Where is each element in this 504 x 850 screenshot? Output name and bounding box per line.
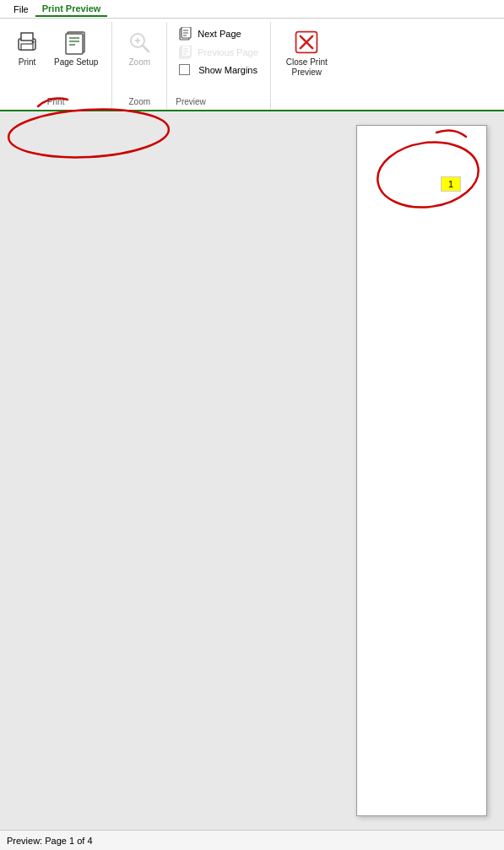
highlighted-cell: 1 [441, 176, 461, 192]
menu-print-preview[interactable]: Print Preview [35, 2, 108, 17]
menu-bar: File Print Preview [0, 0, 504, 19]
previous-page-label: Previous Page [198, 47, 258, 57]
page-setup-icon [62, 29, 89, 56]
next-page-icon [179, 27, 192, 41]
status-text: Preview: Page 1 of 4 [7, 836, 93, 846]
show-margins-label: Show Margins [198, 65, 257, 75]
show-margins-checkbox[interactable] [179, 64, 190, 75]
next-page-label: Next Page [198, 29, 241, 39]
svg-line-10 [143, 46, 149, 51]
ribbon-print-buttons: Print Page Setup [8, 25, 103, 94]
ribbon-group-close: Close Print Preview [271, 22, 343, 110]
show-margins-button[interactable]: Show Margins [176, 62, 261, 77]
zoom-button[interactable]: Zoom [121, 25, 158, 71]
page-preview: 1 [356, 125, 487, 816]
ribbon-zoom-buttons: Zoom [121, 25, 158, 94]
svg-point-27 [8, 106, 171, 161]
close-print-preview-button[interactable]: Close Print Preview [279, 25, 334, 81]
close-print-preview-icon [293, 29, 320, 56]
menu-file[interactable]: File [7, 3, 35, 16]
close-print-preview-label: Close Print Preview [286, 57, 328, 78]
zoom-icon [126, 29, 153, 56]
previous-page-icon [179, 46, 192, 59]
svg-rect-1 [21, 33, 33, 41]
status-bar: Preview: Page 1 of 4 [0, 830, 504, 850]
print-button[interactable]: Print [8, 25, 46, 71]
print-button-label: Print [19, 57, 36, 68]
svg-rect-5 [66, 34, 83, 54]
content-area: 1 [0, 111, 504, 830]
svg-rect-2 [21, 44, 33, 50]
page-setup-button[interactable]: Page Setup [49, 25, 103, 71]
print-icon [14, 29, 41, 56]
zoom-button-label: Zoom [128, 57, 150, 68]
previous-page-button[interactable]: Previous Page [176, 44, 262, 61]
svg-point-3 [32, 41, 35, 44]
page-setup-button-label: Page Setup [54, 57, 98, 68]
next-page-button[interactable]: Next Page [176, 25, 244, 42]
red-ellipse-bottom-annotation [0, 91, 253, 809]
